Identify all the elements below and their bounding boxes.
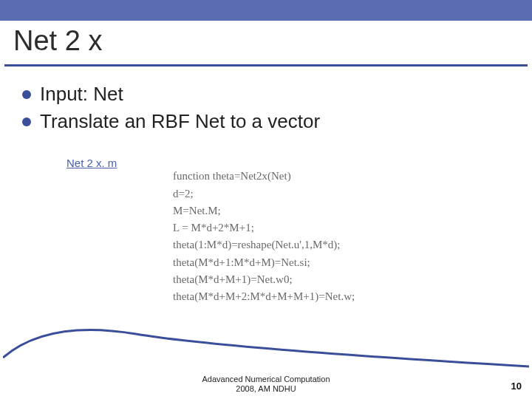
- bullet-item: Input: Net: [22, 83, 510, 106]
- code-line: theta(M*d+1:M*d+M)=Net.si;: [173, 256, 310, 268]
- footer-line: Adavanced Numerical Computation: [0, 375, 532, 385]
- code-line: theta(M*d+M+1)=Net.w0;: [173, 273, 293, 285]
- page-number: 10: [511, 381, 522, 392]
- bullet-item: Translate an RBF Net to a vector: [22, 110, 510, 133]
- bullet-text: Input: Net: [40, 83, 123, 106]
- decorative-curve: [3, 313, 529, 372]
- title-area: Net 2 x: [0, 21, 532, 64]
- code-line: M=Net.M;: [173, 205, 221, 216]
- code-line: theta(1:M*d)=reshape(Net.u',1,M*d);: [173, 239, 341, 250]
- footer-line: 2008, AM NDHU: [0, 384, 532, 395]
- code-line: d=2;: [173, 188, 194, 200]
- bullet-icon: [22, 117, 31, 126]
- top-band: [0, 0, 532, 21]
- code-block: function theta=Net2x(Net) d=2; M=Net.M; …: [173, 151, 355, 305]
- code-line: L = M*d+2*M+1;: [173, 222, 254, 233]
- bullet-icon: [22, 90, 31, 99]
- code-line: function theta=Net2x(Net): [173, 170, 291, 182]
- slide-title: Net 2 x: [13, 25, 519, 57]
- code-line: theta(M*d+M+2:M*d+M+M+1)=Net.w;: [173, 290, 355, 302]
- bullet-text: Translate an RBF Net to a vector: [40, 110, 320, 133]
- footer: Adavanced Numerical Computation 2008, AM…: [0, 375, 532, 395]
